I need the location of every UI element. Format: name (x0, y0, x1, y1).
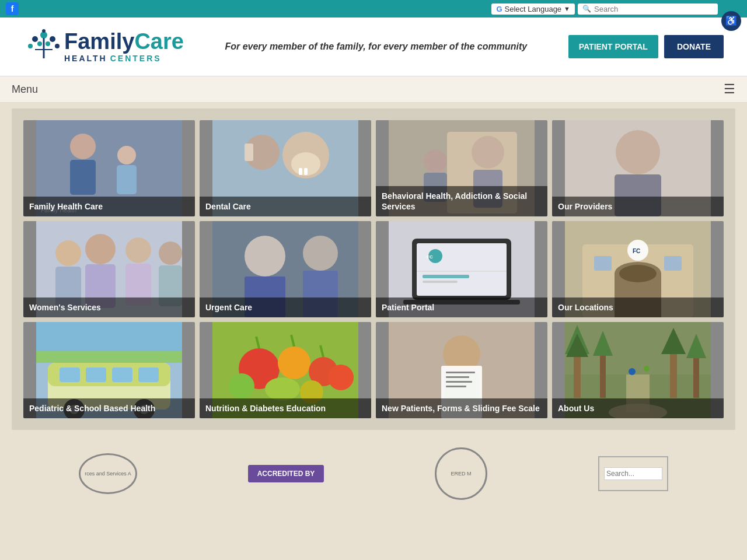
grid-label-nutrition: Nutrition & Diabetes Education (200, 398, 371, 418)
grid-item-locations[interactable]: FC Our Locations (552, 221, 724, 317)
grid-item-about[interactable]: About Us (552, 322, 724, 418)
footer-search-input[interactable] (604, 467, 662, 480)
grid-item-behavioral[interactable]: Behavioral Health, Addiction & Social Se… (376, 120, 547, 216)
top-bar-left: f (6, 2, 19, 15)
svg-point-81 (229, 373, 254, 399)
svg-point-33 (55, 240, 81, 266)
donate-button[interactable]: DONATE (664, 35, 724, 58)
svg-point-82 (265, 377, 300, 401)
svg-point-30 (616, 130, 660, 174)
svg-rect-70 (138, 368, 159, 382)
logo-health: HEALTH (64, 54, 107, 63)
svg-point-44 (303, 236, 338, 271)
accredited-label: ACCREDITED BY (257, 470, 315, 478)
grid-item-pediatric[interactable]: Pediatric & School Based Health (23, 322, 195, 418)
grid-item-nutrition[interactable]: Nutrition & Diabetes Education (200, 322, 371, 418)
grid-label-new-patients: New Patients, Forms & Sliding Fee Scale (376, 398, 547, 418)
svg-rect-103 (670, 348, 677, 398)
svg-rect-67 (60, 368, 80, 382)
header-tagline: For every member of the family, for ever… (225, 41, 527, 52)
svg-rect-48 (417, 243, 507, 296)
logo-text: Family Care HEALTH CENTERS (64, 30, 184, 63)
grid-item-womens[interactable]: Women's Services (23, 221, 195, 317)
menu-label: Menu (12, 83, 38, 96)
svg-rect-94 (446, 381, 472, 383)
svg-rect-52 (423, 275, 469, 278)
grid-item-urgent[interactable]: Urgent Care (200, 221, 371, 317)
svg-point-59 (619, 265, 657, 282)
grid-label-behavioral: Behavioral Health, Addiction & Social Se… (376, 186, 547, 216)
footer-badge-1: rces and Services A (79, 453, 137, 494)
grid-label-dental: Dental Care (200, 197, 371, 216)
footer: rces and Services A ACCREDITED BY ERED M (0, 436, 747, 512)
footer-circle-badge: ERED M (435, 447, 487, 500)
svg-text:FC: FC (633, 248, 640, 254)
grid-item-providers[interactable]: Our Providers (552, 120, 724, 216)
svg-text:FC: FC (427, 254, 433, 260)
search-box[interactable]: 🔍 (578, 4, 718, 15)
svg-rect-12 (70, 160, 96, 195)
content-grid: Family Health Family Health Care Dental … (23, 120, 724, 418)
grid-label-family-health: Family Health Care (23, 197, 195, 216)
svg-point-42 (245, 236, 285, 276)
svg-rect-22 (245, 144, 253, 161)
grid-item-family-health[interactable]: Family Health Family Health Care (23, 120, 195, 216)
patient-portal-button[interactable]: PATIENT PORTAL (568, 35, 658, 58)
footer-search-area[interactable] (598, 456, 668, 491)
svg-point-1 (32, 36, 38, 42)
svg-rect-76 (36, 351, 182, 363)
grid-label-about: About Us (552, 398, 724, 418)
logo[interactable]: Family Care HEALTH CENTERS (23, 26, 184, 67)
logo-tree-icon (23, 26, 64, 67)
svg-point-11 (70, 134, 96, 159)
top-bar-right: G Select Language ▼ 🔍 ♿ (491, 4, 741, 15)
translate-dropdown-arrow[interactable]: ▼ (564, 5, 570, 12)
svg-rect-92 (446, 372, 475, 373)
logo-centers: CENTERS (110, 54, 162, 63)
hamburger-icon[interactable]: ☰ (724, 82, 735, 97)
grid-label-locations: Our Locations (552, 298, 724, 317)
translate-label: Select Language (505, 5, 562, 13)
grid-item-dental[interactable]: Dental Care (200, 120, 371, 216)
svg-rect-93 (446, 376, 469, 378)
header: Family Care HEALTH CENTERS For every mem… (0, 18, 747, 76)
grid-item-portal[interactable]: FC Patient Portal (376, 221, 547, 317)
svg-point-79 (278, 346, 310, 379)
svg-rect-101 (600, 351, 606, 398)
grid-item-new-patients[interactable]: New Patients, Forms & Sliding Fee Scale (376, 322, 547, 418)
svg-point-110 (644, 366, 650, 372)
footer-accredited-badge: ACCREDITED BY (248, 465, 324, 482)
svg-point-6 (55, 44, 60, 48)
svg-rect-95 (446, 386, 466, 387)
grid-label-urgent: Urgent Care (200, 298, 371, 317)
svg-point-4 (37, 41, 42, 46)
header-buttons: PATIENT PORTAL DONATE (568, 35, 724, 58)
svg-rect-53 (423, 281, 458, 283)
svg-point-35 (85, 234, 116, 264)
svg-rect-20 (304, 168, 308, 175)
svg-rect-60 (594, 256, 612, 271)
svg-point-7 (42, 29, 46, 33)
svg-point-13 (117, 146, 136, 164)
accessibility-button[interactable]: ♿ (721, 11, 741, 31)
svg-rect-61 (664, 256, 682, 271)
svg-point-109 (629, 368, 636, 375)
svg-rect-51 (417, 271, 507, 272)
main-content: Family Health Family Health Care Dental … (12, 108, 735, 430)
svg-point-2 (50, 36, 55, 42)
svg-rect-105 (693, 354, 699, 398)
svg-rect-19 (299, 168, 302, 175)
svg-point-3 (28, 44, 33, 48)
google-translate-widget[interactable]: G Select Language ▼ (491, 4, 575, 15)
svg-point-39 (159, 242, 182, 265)
menu-bar[interactable]: Menu ☰ (0, 76, 747, 103)
svg-point-25 (472, 136, 504, 169)
search-input[interactable] (594, 5, 713, 13)
facebook-icon[interactable]: f (6, 2, 19, 15)
search-icon: 🔍 (582, 5, 591, 13)
grid-label-pediatric: Pediatric & School Based Health (23, 398, 195, 418)
svg-point-5 (46, 41, 50, 46)
accessibility-icon: ♿ (725, 15, 737, 26)
grid-label-womens: Women's Services (23, 298, 195, 317)
svg-rect-14 (117, 165, 137, 194)
